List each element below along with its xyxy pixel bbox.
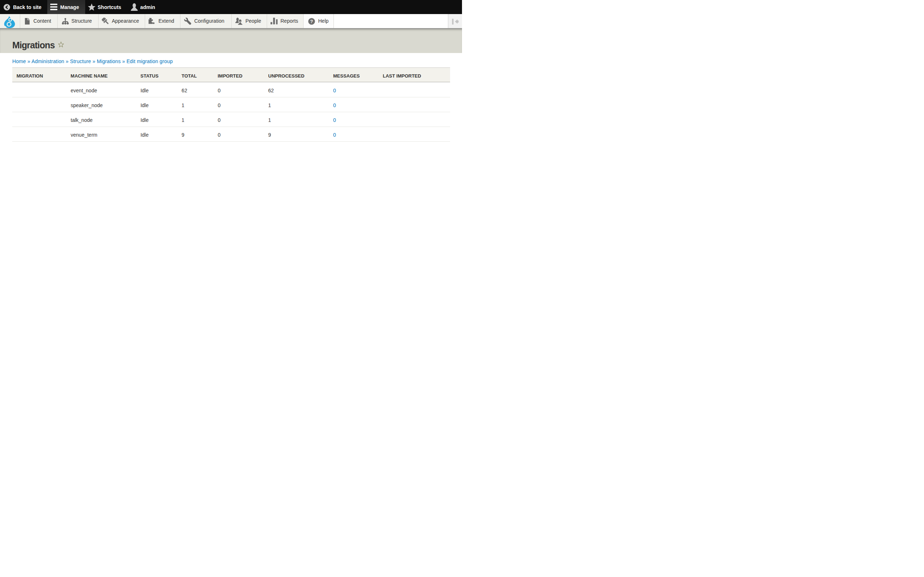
svg-text:?: ? [310,19,313,24]
